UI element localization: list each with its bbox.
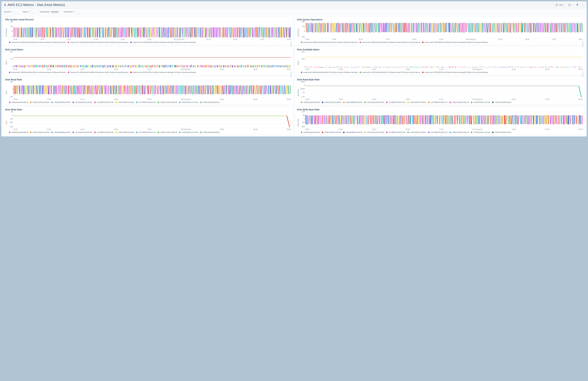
legend-item[interactable]: i-036dc7009c4e48129 [158,101,177,103]
legend-item[interactable]: instanceid=i-000d3a3dcf4e4d6c9 DevName=d… [301,71,357,73]
legend-item[interactable]: instanceid=i-000d3a3dcf4e4d6c9 DevName=t… [68,41,128,43]
legend-scrollbar[interactable] [583,71,583,77]
chart[interactable]: 40G20G0 10:5013:3016:1018:5021:3000:10 A… [299,52,583,73]
legend-item[interactable]: i-000d3a3dcf4e4d6c9 [9,131,28,133]
legend-item[interactable]: i-03f1e349ad81e01b0 [200,131,219,133]
svg-line-1437 [527,115,528,124]
svg-line-1046 [99,85,99,94]
filter-label: account [4,11,11,13]
legend-item[interactable]: i-00ad049f85a14e978 [343,131,362,133]
plot-area[interactable]: 100k50k0-50k [305,22,583,38]
x-ticks: 10:4513:0015:1517:3019:4522:0000:15 Aug … [305,39,583,40]
svg-line-169 [190,27,190,37]
legend-item[interactable]: i-02786f59d7d841278 [136,101,155,103]
legend-item[interactable]: i-01d8f80315d04718b [94,101,113,103]
legend-item[interactable]: instanceid=i-000d3a3dcf4e4d6c9 DevName=d… [9,71,66,73]
legend-item[interactable]: i-0261e6fbf7d14da4a [407,101,426,103]
legend-item[interactable]: i-03f1e349ad81e01b0 [200,101,219,103]
legend-item[interactable]: i-0391f54d4112413cb [471,101,490,103]
legend-dot [301,132,302,133]
legend-item[interactable]: i-0391f54d4112413cb [179,131,198,133]
filter-instanceid[interactable]: instanceid* [63,11,80,13]
x-tick: 13:30 [47,68,51,70]
legend-item[interactable]: i-000d3a3dcf4e4d6c9 [301,131,320,133]
plot-area[interactable]: 500M0-500M-1G-1.5G [305,82,583,98]
legend-item[interactable]: i-036dc7009c4e48129 [449,101,469,103]
legend-item[interactable]: i-0391f54d4112413cb [179,101,198,103]
legend-item[interactable]: i-0152ddb18c024519b [364,131,384,133]
svg-line-85 [100,27,100,38]
legend-item[interactable]: i-01d8f80315d04718b [94,131,113,133]
plot-area[interactable]: 150100500 [13,22,291,38]
legend-item[interactable]: instanceid=i-000d3a3dcf4e4d6c9 DevName=t… [359,71,420,73]
legend-item[interactable]: i-00ad049f85a14e978 [51,101,70,103]
chart[interactable]: 10G5G0 10:5013:3016:1018:5021:3000:10 Au… [8,52,291,73]
y-tick: -5M [299,122,305,123]
filter-button[interactable] [576,4,579,6]
legend-item[interactable]: i-0152ddb18c024519b [72,101,92,103]
plot-area[interactable]: 10M5M0-5M-10M [305,112,583,128]
chart[interactable]: 100k50k0-50k 10:4513:0015:1517:3019:4522… [299,22,583,43]
legend-item[interactable]: i-03f1e349ad81e01b0 [492,101,511,103]
legend-scrollbar[interactable] [583,41,583,47]
filter-region[interactable]: region* [22,11,35,13]
legend-item[interactable]: i-00ad049f85a14e978 [343,101,362,103]
legend-scrollbar[interactable] [291,41,291,47]
svg-line-1169 [230,85,231,94]
plot-area[interactable]: 10G5G0 [13,52,291,68]
plot-area[interactable]: 5M0-5M-10M-15M [13,112,291,128]
filter-account[interactable]: account* [4,11,18,13]
legend-item[interactable]: i-0261e6fbf7d14da4a [407,131,426,133]
x-tick: 00:10 Aug 04 [473,99,482,100]
legend-item[interactable]: instanceid=i-00619010f1a14494a DevName=d… [130,71,196,73]
legend-item[interactable]: i-000d3a3dcf4e4d6c9 [301,101,320,103]
legend-item[interactable]: i-03f1e349ad81e01b0 [492,131,511,133]
svg-line-1178 [240,85,240,94]
legend-item[interactable]: i-01d8f80315d04718b [386,101,405,103]
chart[interactable]: 500M0-500M-1G-1.5G 10:5013:3016:1018:502… [299,82,583,103]
plot-area[interactable]: 40G20G0 [305,52,583,68]
legend-item[interactable]: i-0152ddb18c024519b [364,101,384,103]
chart[interactable]: 5000-500 10:5013:3016:1018:5021:3000:10 … [8,82,291,103]
legend-item[interactable]: i-000d3a3dcf4e4d6c9 [9,101,28,103]
svg-line-386 [436,23,436,33]
legend-item[interactable]: instanceid=i-00619010f1a14494a DevName=d… [422,41,488,43]
legend-item[interactable]: instanceid=i-000d3a3dcf4e4d6c9 DevName=d… [9,41,66,43]
legend-item[interactable]: i-00619010f1a14494a [30,131,49,133]
legend-item[interactable]: instanceid=i-00619010f1a14494a DevName=d… [130,41,196,43]
legend-item[interactable]: i-01d8f80315d04718b [386,131,405,133]
legend-item[interactable]: i-0391f54d4112413cb [471,131,490,133]
legend-item[interactable]: i-036dc7009c4e48129 [158,131,177,133]
y-tick: 20G [299,58,305,60]
legend-item[interactable]: i-00ad049f85a14e978 [51,131,70,133]
legend-scrollbar[interactable] [291,71,291,77]
time-range-picker[interactable]: -24h [555,4,565,6]
legend-item[interactable]: instanceid=i-000d3a3dcf4e4d6c9 DevName=t… [68,71,128,73]
panel-disk_write_byte_rate: Disk Write Byte Rate Byte Rate 10M5M0-5M… [295,106,585,135]
legend-item[interactable]: i-02786f59d7d841278 [428,131,447,133]
legend-item[interactable]: instanceid=i-000d3a3dcf4e4d6c9 DevName=d… [301,41,357,43]
svg-line-103 [119,28,119,38]
chart[interactable]: 150100500 10:4513:0015:1517:3019:4522:00… [8,22,291,43]
plot-area[interactable]: 5000-500 [13,82,291,98]
legend-item[interactable]: instanceid=i-000d3a3dcf4e4d6c9 DevName=t… [359,41,420,43]
legend-item[interactable]: instanceid=i-00619010f1a14494a DevName=d… [422,71,488,73]
legend-item[interactable]: i-02786f59d7d841278 [428,101,447,103]
svg-line-1224 [289,85,289,94]
svg-line-464 [519,23,519,32]
legend-item[interactable]: i-0152ddb18c024519b [72,131,92,133]
filter-namespace[interactable]: namespaceaws/ec2 [40,11,59,13]
refresh-button[interactable] [568,4,573,6]
legend-item[interactable]: i-00619010f1a14494a [322,101,341,103]
svg-line-521 [580,23,580,32]
svg-line-1104 [161,85,161,95]
legend-item[interactable]: i-00619010f1a14494a [322,131,341,133]
legend-item[interactable]: i-036dc7009c4e48129 [449,131,469,133]
legend-item[interactable]: i-0261e6fbf7d14da4a [115,131,134,133]
legend-item[interactable]: i-00619010f1a14494a [30,101,49,103]
legend-item[interactable]: i-0261e6fbf7d14da4a [115,101,134,103]
chart[interactable]: 5M0-5M-10M-15M 10:5013:3016:1018:5021:30… [8,112,291,133]
chart[interactable]: 10M5M0-5M-10M 10:5013:3016:1018:5021:300… [299,112,583,133]
more-menu-button[interactable] [582,4,584,6]
legend-item[interactable]: i-02786f59d7d841278 [136,131,155,133]
